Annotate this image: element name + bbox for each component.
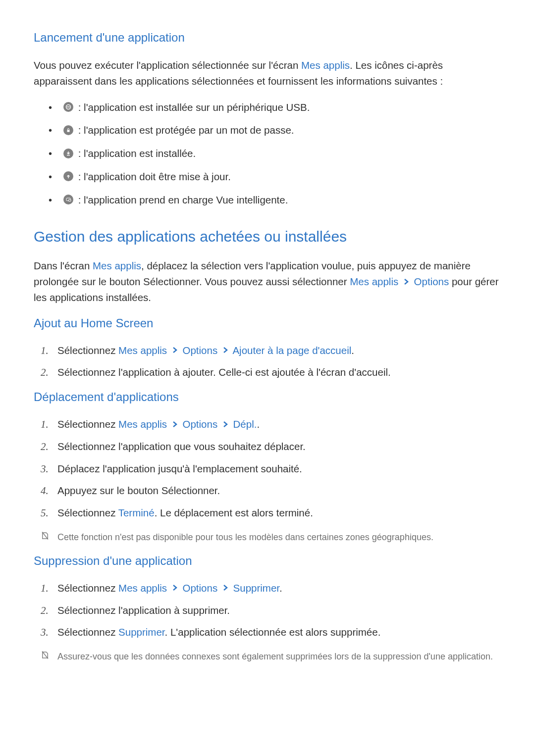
list-item: 2. Sélectionnez l'application à supprime… bbox=[41, 603, 501, 618]
list-item: : l'application est installée sur un pér… bbox=[49, 100, 501, 115]
list-item: 3. Sélectionnez Supprimer. L'application… bbox=[41, 625, 501, 640]
list-item: : l'application est protégée par un mot … bbox=[49, 123, 501, 138]
link-move[interactable]: Dépl. bbox=[233, 418, 257, 430]
link-options[interactable]: Options bbox=[183, 345, 218, 356]
list-item: 2. Sélectionnez l'application que vous s… bbox=[41, 439, 501, 454]
text: . Le déplacement est alors terminé. bbox=[155, 507, 313, 518]
note: Cette fonction n'est pas disponible pour… bbox=[34, 531, 501, 544]
text: Appuyez sur le bouton Sélectionner. bbox=[57, 485, 220, 496]
list-item: 2. Sélectionnez l'application à ajouter.… bbox=[41, 365, 501, 380]
text: Dans l'écran bbox=[34, 260, 93, 271]
text: : l'application est installée. bbox=[75, 148, 196, 159]
list-item: : l'application doit être mise à jour. bbox=[49, 169, 501, 185]
svg-rect-2 bbox=[67, 130, 70, 132]
list-item: 1. Sélectionnez Mes applis Options Suppr… bbox=[41, 581, 501, 596]
lock-icon bbox=[63, 125, 73, 135]
section-move-title: Déplacement d'applications bbox=[34, 390, 501, 404]
step-number: 2. bbox=[41, 603, 49, 619]
list-item: 4. Appuyez sur le bouton Sélectionner. bbox=[41, 483, 501, 499]
link-add-home[interactable]: Ajouter à la page d'accueil bbox=[232, 345, 351, 356]
text: : l'application est protégée par un mot … bbox=[75, 124, 294, 136]
step-number: 5. bbox=[41, 505, 49, 521]
chevron-right-icon bbox=[222, 421, 228, 428]
download-icon bbox=[63, 149, 73, 158]
section-add-home-title: Ajout au Home Screen bbox=[34, 316, 501, 330]
chevron-right-icon bbox=[172, 347, 178, 353]
chevron-right-icon bbox=[172, 584, 178, 591]
usb-icon bbox=[63, 102, 73, 112]
svg-rect-5 bbox=[69, 200, 71, 202]
note-text: Cette fonction n'est pas disponible pour… bbox=[57, 532, 433, 542]
text: Sélectionnez l'application à supprimer. bbox=[57, 605, 230, 616]
text: . bbox=[257, 418, 260, 430]
text: Sélectionnez bbox=[57, 626, 118, 638]
text: Déplacez l'application jusqu'à l'emplace… bbox=[57, 463, 302, 474]
note-icon bbox=[41, 651, 50, 659]
list-item: 5. Sélectionnez Terminé. Le déplacement … bbox=[41, 505, 501, 521]
list-item: 3. Déplacez l'application jusqu'à l'empl… bbox=[41, 461, 501, 477]
link-options[interactable]: Options bbox=[183, 418, 218, 430]
step-number: 4. bbox=[41, 483, 49, 499]
heading-manage-apps: Gestion des applications achetées ou ins… bbox=[34, 228, 501, 245]
note-text: Assurez-vous que les données connexes so… bbox=[57, 652, 493, 661]
text: Sélectionnez bbox=[57, 418, 118, 430]
text: : l'application doit être mise à jour. bbox=[75, 171, 231, 182]
link-options[interactable]: Options bbox=[183, 582, 218, 594]
text: : l'application prend en charge Vue inte… bbox=[75, 194, 288, 205]
link-mes-applis[interactable]: Mes applis bbox=[93, 260, 141, 271]
smart-view-icon bbox=[63, 195, 73, 204]
text: Sélectionnez bbox=[57, 345, 118, 356]
text: Sélectionnez l'application à ajouter. Ce… bbox=[57, 366, 391, 378]
add-home-steps: 1. Sélectionnez Mes applis Options Ajout… bbox=[34, 343, 501, 381]
step-number: 3. bbox=[41, 625, 49, 641]
link-mes-applis[interactable]: Mes applis bbox=[118, 418, 167, 430]
step-number: 3. bbox=[41, 461, 49, 477]
icon-explanation-list: : l'application est installée sur un pér… bbox=[34, 100, 501, 208]
link-mes-applis[interactable]: Mes applis bbox=[350, 276, 398, 287]
link-mes-applis[interactable]: Mes applis bbox=[301, 59, 350, 71]
link-mes-applis[interactable]: Mes applis bbox=[118, 345, 167, 356]
text: Sélectionnez l'application que vous souh… bbox=[57, 441, 306, 452]
list-item: : l'application prend en charge Vue inte… bbox=[49, 193, 501, 208]
delete-steps: 1. Sélectionnez Mes applis Options Suppr… bbox=[34, 581, 501, 640]
link-options[interactable]: Options bbox=[414, 276, 449, 287]
note-icon bbox=[41, 531, 50, 540]
update-icon bbox=[63, 171, 73, 181]
chevron-right-icon bbox=[222, 584, 228, 591]
text: Sélectionnez bbox=[57, 582, 118, 594]
step-number: 2. bbox=[41, 365, 49, 381]
text: : l'application est installée sur un pér… bbox=[75, 101, 310, 113]
text: Vous pouvez exécuter l'application sélec… bbox=[34, 59, 301, 71]
link-done[interactable]: Terminé bbox=[118, 507, 155, 518]
section-delete-title: Suppression d'une application bbox=[34, 554, 501, 568]
link-delete[interactable]: Supprimer bbox=[118, 626, 164, 638]
text: . bbox=[351, 345, 354, 356]
manage-apps-intro: Dans l'écran Mes applis, déplacez la sél… bbox=[34, 258, 501, 305]
step-number: 2. bbox=[41, 439, 49, 455]
link-delete[interactable]: Supprimer bbox=[233, 582, 279, 594]
chevron-right-icon bbox=[222, 347, 228, 353]
list-item: 1. Sélectionnez Mes applis Options Ajout… bbox=[41, 343, 501, 358]
step-number: 1. bbox=[41, 417, 49, 433]
section-launch-title: Lancement d'une application bbox=[34, 31, 501, 45]
step-number: 1. bbox=[41, 581, 49, 597]
page: Lancement d'une application Vous pouvez … bbox=[0, 0, 535, 756]
list-item: 1. Sélectionnez Mes applis Options Dépl.… bbox=[41, 417, 501, 432]
list-item: : l'application est installée. bbox=[49, 146, 501, 161]
chevron-right-icon bbox=[403, 278, 409, 285]
link-mes-applis[interactable]: Mes applis bbox=[118, 582, 167, 594]
note: Assurez-vous que les données connexes so… bbox=[34, 650, 501, 663]
section-launch-intro: Vous pouvez exécuter l'application sélec… bbox=[34, 57, 501, 89]
text: . L'application sélectionnée est alors s… bbox=[165, 626, 381, 638]
move-steps: 1. Sélectionnez Mes applis Options Dépl.… bbox=[34, 417, 501, 521]
step-number: 1. bbox=[41, 343, 49, 359]
text: . bbox=[279, 582, 282, 594]
text: Sélectionnez bbox=[57, 507, 118, 518]
chevron-right-icon bbox=[172, 421, 178, 428]
